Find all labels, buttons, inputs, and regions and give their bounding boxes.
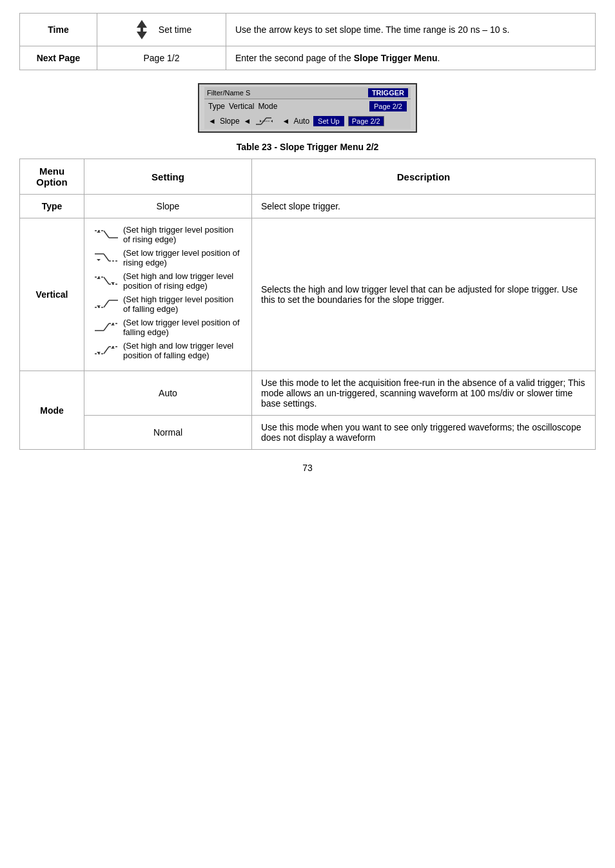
mode-value: Auto bbox=[293, 117, 309, 126]
vertical-desc-text: Selects the high and low trigger level t… bbox=[261, 284, 578, 305]
type-desc-text: Select slope trigger. bbox=[261, 201, 340, 211]
mode-normal-setting-cell: Normal bbox=[84, 416, 252, 450]
col2-header: Vertical bbox=[229, 102, 254, 111]
wave-rise-high-icon bbox=[93, 227, 119, 242]
desc-cell: Use the arrow keys to set slope time. Th… bbox=[226, 14, 596, 46]
summary-table: Time Set time Use the arrow keys to set … bbox=[19, 13, 596, 70]
wave-rise-low-icon bbox=[93, 251, 119, 265]
table-header-row: MenuOption Setting Description bbox=[20, 159, 596, 195]
topbar-label: Filter/Name S bbox=[207, 89, 250, 97]
wave-label-5: (Set low trigger level position of falli… bbox=[123, 318, 242, 337]
mode-auto-desc-cell: Use this mode to let the acquisition fre… bbox=[252, 371, 596, 416]
svg-line-20 bbox=[104, 300, 109, 307]
type-menu-cell: Type bbox=[20, 195, 84, 218]
waveform-icon bbox=[255, 115, 278, 127]
setting-cell: Page 1/2 bbox=[97, 46, 226, 70]
type-setting-cell: Slope bbox=[84, 195, 252, 218]
normal-desc-text: Use this mode when you want to see only … bbox=[261, 422, 581, 443]
table-row-vertical: Vertical (Set high trigger level positio… bbox=[20, 218, 596, 371]
svg-marker-13 bbox=[97, 259, 101, 261]
wave-label-1: (Set high trigger level position of risi… bbox=[123, 225, 242, 244]
menu-cell: Time bbox=[20, 14, 97, 46]
svg-marker-17 bbox=[97, 277, 101, 279]
type-setting-value: Slope bbox=[157, 201, 180, 211]
auto-desc-text: Use this mode to let the acquisition fre… bbox=[261, 378, 585, 409]
left-arrow2-icon: ◄ bbox=[244, 117, 251, 126]
menu-label: Next Page bbox=[37, 53, 81, 63]
col1-header: Type bbox=[208, 102, 225, 111]
vertical-setting-cell: (Set high trigger level position of risi… bbox=[84, 218, 252, 371]
svg-line-11 bbox=[104, 254, 109, 261]
col3-header: Mode bbox=[258, 102, 277, 111]
vertical-desc-cell: Selects the high and low trigger level t… bbox=[252, 218, 596, 371]
svg-marker-9 bbox=[97, 231, 101, 233]
svg-marker-31 bbox=[111, 347, 115, 349]
table-row: Time Set time Use the arrow keys to set … bbox=[20, 14, 596, 46]
col-header-desc: Description bbox=[252, 159, 596, 195]
nextpage-top-btn[interactable]: Page 2/2 bbox=[369, 101, 407, 111]
mode-normal-desc-cell: Use this mode when you want to see only … bbox=[252, 416, 596, 450]
wave-label-3: (Set high and low trigger level position… bbox=[123, 271, 242, 291]
setup-btn[interactable]: Set Up bbox=[313, 116, 344, 126]
list-item: (Set low trigger level position of falli… bbox=[93, 318, 242, 337]
mode-menu-cell: Mode bbox=[20, 371, 84, 450]
svg-line-24 bbox=[104, 323, 109, 331]
list-item: (Set high and low trigger level position… bbox=[93, 271, 242, 291]
page-number: 73 bbox=[19, 463, 596, 473]
desc-cell: Enter the second page of the Slope Trigg… bbox=[226, 46, 596, 70]
left-arrow-icon: ◄ bbox=[208, 117, 216, 126]
wave-fall-high-icon bbox=[93, 297, 119, 311]
arrow-down-icon bbox=[137, 32, 147, 39]
vertical-menu-cell: Vertical bbox=[20, 218, 84, 371]
svg-marker-4 bbox=[260, 120, 262, 122]
svg-marker-22 bbox=[97, 305, 101, 307]
page-setting-label: Page 1/2 bbox=[143, 53, 179, 63]
table-row-type: Type Slope Select slope trigger. bbox=[20, 195, 596, 218]
screenshot-box: Filter/Name S TRIGGER Type Vertical Mode… bbox=[198, 83, 417, 133]
wave-rise-both-icon bbox=[93, 274, 119, 288]
screenshot-area: Filter/Name S TRIGGER Type Vertical Mode… bbox=[19, 83, 596, 133]
svg-line-15 bbox=[104, 277, 109, 284]
screenshot-inner: Filter/Name S TRIGGER Type Vertical Mode… bbox=[204, 87, 411, 129]
svg-line-28 bbox=[104, 347, 109, 354]
slope-value: Slope bbox=[220, 117, 240, 126]
main-table: MenuOption Setting Description Type Slop… bbox=[19, 159, 596, 450]
wave-fall-low-icon bbox=[93, 320, 119, 334]
svg-line-7 bbox=[104, 231, 109, 238]
arrow-up-icon bbox=[137, 20, 147, 28]
desc-text: Use the arrow keys to set slope time. Th… bbox=[235, 24, 509, 35]
list-item: (Set high trigger level position of risi… bbox=[93, 225, 242, 244]
svg-marker-5 bbox=[271, 120, 273, 122]
screenshot-topbar: Filter/Name S TRIGGER bbox=[204, 87, 411, 99]
wave-label-6: (Set high and low trigger level position… bbox=[123, 341, 242, 360]
menu-cell: Next Page bbox=[20, 46, 97, 70]
screenshot-row2: ◄ Slope ◄ ◄ Auto Set Up Page 2/2 bbox=[204, 113, 411, 129]
set-time-label: Set time bbox=[159, 24, 191, 35]
set-time-arrow-icon bbox=[137, 20, 147, 39]
desc-text-nextpage: Enter the second page of the Slope Trigg… bbox=[235, 53, 440, 63]
col-header-setting: Setting bbox=[84, 159, 252, 195]
table-row: Next Page Page 1/2 Enter the second page… bbox=[20, 46, 596, 70]
list-item: (Set high trigger level position of fall… bbox=[93, 294, 242, 314]
type-desc-cell: Select slope trigger. bbox=[252, 195, 596, 218]
wave-label-4: (Set high trigger level position of fall… bbox=[123, 294, 242, 314]
table-row-mode-auto: Mode Auto Use this mode to let the acqui… bbox=[20, 371, 596, 416]
table-caption: Table 23 - Slope Trigger Menu 2/2 bbox=[19, 142, 596, 152]
type-label: Type bbox=[42, 201, 63, 211]
vertical-label: Vertical bbox=[36, 289, 68, 300]
waveform-list: (Set high trigger level position of risi… bbox=[93, 225, 242, 360]
svg-marker-30 bbox=[97, 352, 101, 354]
svg-marker-26 bbox=[111, 323, 115, 325]
list-item: (Set low trigger level position of risin… bbox=[93, 248, 242, 267]
svg-marker-18 bbox=[111, 282, 115, 284]
mode-auto-setting-cell: Auto bbox=[84, 371, 252, 416]
list-item: (Set high and low trigger level position… bbox=[93, 341, 242, 360]
auto-setting-label: Auto bbox=[159, 388, 177, 398]
wave-label-2: (Set low trigger level position of risin… bbox=[123, 248, 242, 267]
left-arrow3-icon: ◄ bbox=[282, 117, 289, 126]
mode-label: Mode bbox=[40, 405, 64, 416]
setting-cell: Set time bbox=[97, 14, 226, 46]
table-row-mode-normal: Normal Use this mode when you want to se… bbox=[20, 416, 596, 450]
page22-btn[interactable]: Page 2/2 bbox=[348, 116, 384, 126]
trigger-label: TRIGGER bbox=[368, 88, 408, 97]
